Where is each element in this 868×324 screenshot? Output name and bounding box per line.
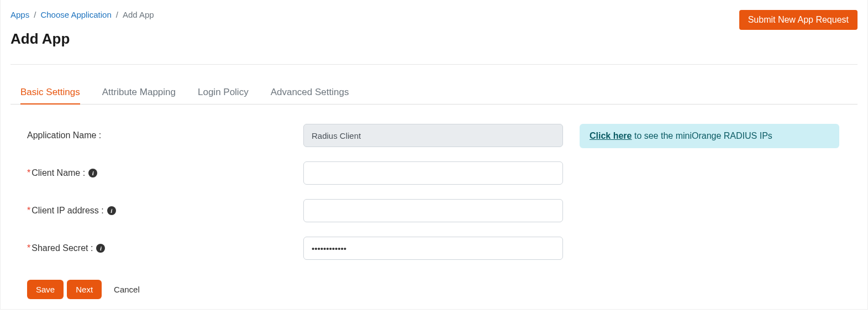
breadcrumb: Apps / Choose Application / Add App — [10, 10, 154, 19]
label-client-ip: * Client IP address : i — [27, 206, 303, 216]
label-text: Client IP address : — [31, 206, 103, 216]
submit-new-app-button[interactable]: Submit New App Request — [739, 10, 858, 30]
breadcrumb-current: Add App — [123, 10, 154, 19]
row-client-name: * Client Name : i — [27, 161, 563, 185]
next-button[interactable]: Next — [67, 280, 102, 299]
breadcrumb-choose[interactable]: Choose Application — [40, 10, 111, 19]
tab-advanced-settings[interactable]: Advanced Settings — [271, 81, 349, 104]
form-area: Application Name : * Client Name : i * C… — [10, 124, 563, 274]
required-marker: * — [27, 168, 30, 178]
breadcrumb-title-wrap: Apps / Choose Application / Add App Add … — [10, 10, 154, 64]
label-shared-secret: * Shared Secret : i — [27, 243, 303, 253]
page-container: Apps / Choose Application / Add App Add … — [0, 0, 868, 310]
breadcrumb-sep: / — [116, 10, 118, 19]
label-client-name: * Client Name : i — [27, 168, 303, 178]
save-button[interactable]: Save — [27, 280, 64, 299]
row-client-ip: * Client IP address : i — [27, 199, 563, 222]
info-icon[interactable]: i — [107, 206, 116, 215]
label-application-name: Application Name : — [27, 130, 303, 140]
input-application-name — [303, 124, 563, 147]
info-icon[interactable]: i — [96, 244, 105, 253]
input-client-ip[interactable] — [303, 199, 563, 222]
cancel-button[interactable]: Cancel — [105, 280, 149, 299]
form-and-info: Application Name : * Client Name : i * C… — [10, 124, 858, 274]
radius-ips-info: Click here to see the miniOrange RADIUS … — [580, 124, 839, 148]
label-text: Client Name : — [31, 168, 85, 178]
page-title: Add App — [10, 30, 154, 48]
row-shared-secret: * Shared Secret : i — [27, 237, 563, 260]
tabs: Basic Settings Attribute Mapping Login P… — [10, 81, 858, 104]
label-text: Application Name : — [27, 130, 101, 140]
breadcrumb-apps[interactable]: Apps — [10, 10, 29, 19]
label-text: Shared Secret : — [31, 243, 93, 253]
tab-attribute-mapping[interactable]: Attribute Mapping — [102, 81, 176, 104]
required-marker: * — [27, 206, 30, 216]
row-application-name: Application Name : — [27, 124, 563, 147]
input-client-name[interactable] — [303, 161, 563, 185]
info-icon[interactable]: i — [88, 169, 97, 177]
required-marker: * — [27, 243, 30, 253]
button-row: Save Next Cancel — [10, 280, 858, 299]
tab-login-policy[interactable]: Login Policy — [198, 81, 249, 104]
click-here-link[interactable]: Click here — [590, 131, 632, 140]
input-shared-secret[interactable] — [303, 237, 563, 260]
top-row: Apps / Choose Application / Add App Add … — [10, 10, 858, 64]
breadcrumb-sep: / — [34, 10, 36, 19]
tab-basic-settings[interactable]: Basic Settings — [20, 81, 80, 104]
info-text: to see the miniOrange RADIUS IPs — [632, 131, 772, 140]
divider — [10, 64, 858, 65]
